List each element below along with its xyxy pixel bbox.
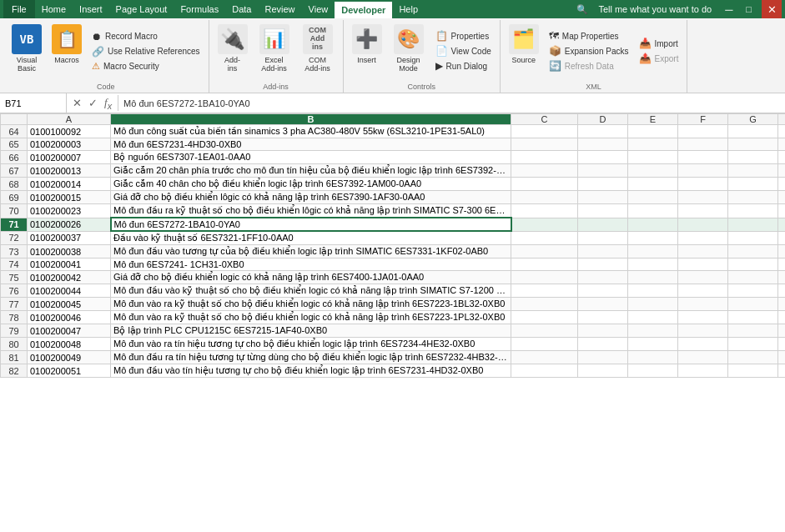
- row-header[interactable]: 76: [1, 284, 28, 298]
- cell-b[interactable]: Giắc cắm 40 chân cho bộ điều khiển logic…: [111, 178, 511, 191]
- cell-d[interactable]: [578, 125, 628, 138]
- cell-g[interactable]: [728, 284, 778, 298]
- cell-c[interactable]: [511, 204, 578, 218]
- cell-d[interactable]: [578, 151, 628, 164]
- cell-e[interactable]: [628, 178, 678, 191]
- cell-h[interactable]: [778, 258, 786, 271]
- cell-c[interactable]: [511, 178, 578, 191]
- menu-page-layout[interactable]: Page Layout: [109, 0, 174, 18]
- name-box[interactable]: B71: [0, 93, 67, 113]
- cell-g[interactable]: [728, 191, 778, 204]
- cell-g[interactable]: [728, 125, 778, 138]
- row-header[interactable]: 69: [1, 191, 28, 204]
- cell-a[interactable]: 0100200015: [28, 191, 111, 204]
- cell-c[interactable]: [511, 311, 578, 324]
- export-button[interactable]: 📤 Export: [636, 51, 682, 66]
- row-header[interactable]: 72: [1, 231, 28, 245]
- col-header-c[interactable]: C: [511, 114, 578, 125]
- cell-d[interactable]: [578, 311, 628, 324]
- visual-basic-button[interactable]: VB VisualBasic: [8, 22, 45, 75]
- record-macro-button[interactable]: ⏺ Record Macro: [88, 29, 204, 44]
- cell-b[interactable]: Mô đun đầu vào tín hiệu tương tự cho bộ …: [111, 364, 511, 378]
- cell-f[interactable]: [678, 138, 728, 151]
- cell-h[interactable]: [778, 351, 786, 364]
- cell-e[interactable]: [628, 284, 678, 298]
- close-btn[interactable]: ✕: [762, 0, 782, 18]
- cell-h[interactable]: [778, 191, 786, 204]
- cell-d[interactable]: [578, 338, 628, 351]
- row-header[interactable]: 78: [1, 311, 28, 324]
- cell-e[interactable]: [628, 218, 678, 231]
- view-code-button[interactable]: 📄 View Code: [432, 43, 495, 58]
- cell-d[interactable]: [578, 284, 628, 298]
- expansion-packs-button[interactable]: 📦 Expansion Packs: [546, 43, 632, 58]
- cell-a[interactable]: 0100200007: [28, 151, 111, 164]
- cell-h[interactable]: [778, 204, 786, 218]
- cell-f[interactable]: [678, 298, 728, 311]
- cell-c[interactable]: [511, 364, 578, 378]
- cell-c[interactable]: [511, 284, 578, 298]
- com-addins-button[interactable]: COMAddins COMAdd-ins: [298, 22, 338, 75]
- menu-review[interactable]: Review: [258, 0, 301, 18]
- cell-b[interactable]: Mô đun đầu ra kỹ thuật số cho bộ điều kh…: [111, 204, 511, 218]
- cell-c[interactable]: [511, 231, 578, 245]
- cell-h[interactable]: [778, 324, 786, 338]
- cell-h[interactable]: [778, 284, 786, 298]
- cell-c[interactable]: [511, 258, 578, 271]
- cell-h[interactable]: [778, 298, 786, 311]
- cell-h[interactable]: [778, 164, 786, 178]
- cell-g[interactable]: [728, 364, 778, 378]
- confirm-formula-icon[interactable]: ✓: [86, 96, 100, 110]
- cell-f[interactable]: [678, 231, 728, 245]
- row-header[interactable]: 67: [1, 164, 28, 178]
- cell-c[interactable]: [511, 138, 578, 151]
- cell-f[interactable]: [678, 204, 728, 218]
- cell-g[interactable]: [728, 231, 778, 245]
- cancel-formula-icon[interactable]: ✕: [70, 96, 84, 110]
- addins-button[interactable]: 🔌 Add-ins: [214, 22, 251, 75]
- cell-f[interactable]: [678, 311, 728, 324]
- row-header[interactable]: 74: [1, 258, 28, 271]
- cell-c[interactable]: [511, 191, 578, 204]
- cell-g[interactable]: [728, 351, 778, 364]
- cell-d[interactable]: [578, 164, 628, 178]
- cell-h[interactable]: [778, 218, 786, 231]
- macros-button[interactable]: 📋 Macros: [48, 22, 85, 67]
- cell-g[interactable]: [728, 245, 778, 258]
- cell-g[interactable]: [728, 298, 778, 311]
- spreadsheet-container[interactable]: A B C D E F G H 640100100092Mô đun công …: [0, 113, 785, 532]
- menu-formulas[interactable]: Formulas: [174, 0, 225, 18]
- map-properties-button[interactable]: 🗺 Map Properties: [546, 28, 632, 43]
- cell-g[interactable]: [728, 164, 778, 178]
- row-header[interactable]: 79: [1, 324, 28, 338]
- import-button[interactable]: 📥 Import: [636, 36, 682, 51]
- cell-b[interactable]: Mô đun vào ra kỹ thuật số cho bộ điều kh…: [111, 311, 511, 324]
- cell-h[interactable]: [778, 311, 786, 324]
- cell-h[interactable]: [778, 125, 786, 138]
- col-header-d[interactable]: D: [578, 114, 628, 125]
- cell-d[interactable]: [578, 351, 628, 364]
- cell-e[interactable]: [628, 191, 678, 204]
- col-header-h[interactable]: H: [778, 114, 786, 125]
- col-header-b[interactable]: B: [111, 114, 511, 125]
- cell-h[interactable]: [778, 231, 786, 245]
- cell-h[interactable]: [778, 178, 786, 191]
- row-header[interactable]: 80: [1, 338, 28, 351]
- cell-f[interactable]: [678, 245, 728, 258]
- cell-e[interactable]: [628, 125, 678, 138]
- menu-help[interactable]: Help: [392, 0, 425, 18]
- tell-me-bar[interactable]: Tell me what you want to do: [595, 4, 715, 14]
- cell-c[interactable]: [511, 245, 578, 258]
- row-header[interactable]: 75: [1, 271, 28, 284]
- cell-g[interactable]: [728, 311, 778, 324]
- cell-f[interactable]: [678, 338, 728, 351]
- menu-home[interactable]: Home: [35, 0, 73, 18]
- macro-security-button[interactable]: ⚠ Macro Security: [88, 59, 204, 73]
- cell-e[interactable]: [628, 364, 678, 378]
- cell-a[interactable]: 0100200046: [28, 311, 111, 324]
- cell-f[interactable]: [678, 258, 728, 271]
- run-dialog-button[interactable]: ▶ Run Dialog: [432, 58, 495, 73]
- cell-f[interactable]: [678, 364, 728, 378]
- row-header[interactable]: 82: [1, 364, 28, 378]
- cell-d[interactable]: [578, 231, 628, 245]
